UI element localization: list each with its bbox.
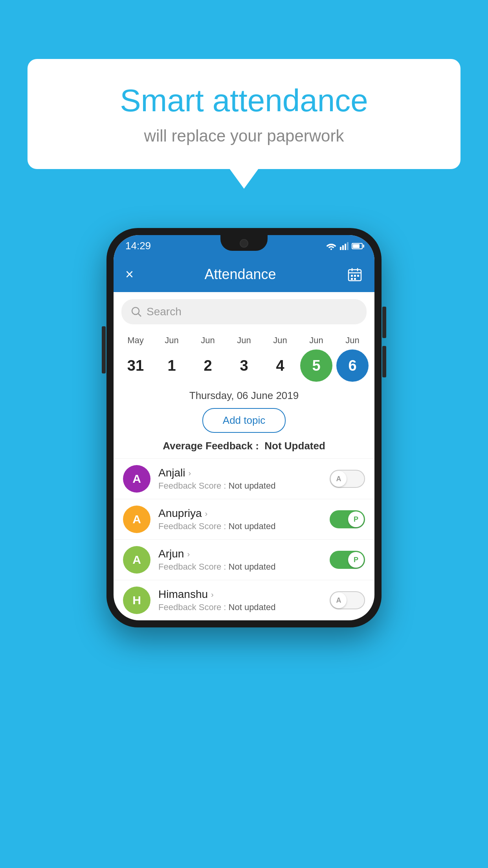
student-item-0[interactable]: AAnjali ›Feedback Score : Not updatedA [114, 458, 374, 499]
student-info-2: Arjun ›Feedback Score : Not updated [158, 548, 322, 572]
svg-rect-9 [351, 275, 353, 277]
calendar-date-6[interactable]: 6 [336, 349, 369, 382]
wifi-icon [326, 242, 337, 250]
attendance-toggle-1[interactable]: P [330, 510, 365, 528]
search-bar[interactable]: Search [121, 299, 367, 324]
calendar-date-0[interactable]: 31 [119, 349, 152, 382]
student-info-1: Anupriya ›Feedback Score : Not updated [158, 507, 322, 531]
close-button[interactable]: × [125, 266, 134, 283]
headline: Smart attendance [59, 83, 429, 119]
student-item-3[interactable]: HHimanshu ›Feedback Score : Not updatedA [114, 580, 374, 620]
chevron-icon: › [211, 590, 214, 599]
student-item-1[interactable]: AAnupriya ›Feedback Score : Not updatedP [114, 499, 374, 539]
chevron-icon: › [187, 550, 190, 559]
student-avatar-2: A [123, 546, 150, 574]
attendance-toggle-3[interactable]: A [330, 591, 365, 609]
calendar-date-4[interactable]: 4 [264, 349, 296, 382]
svg-point-14 [132, 307, 139, 314]
calendar-month-6: Jun [336, 335, 369, 346]
chevron-icon: › [205, 509, 208, 518]
svg-rect-12 [354, 278, 356, 280]
avg-feedback-label: Average Feedback : [163, 440, 259, 452]
calendar-icon[interactable] [347, 267, 363, 282]
student-name-0: Anjali › [158, 467, 322, 479]
avg-feedback: Average Feedback : Not Updated [114, 440, 374, 458]
svg-rect-2 [342, 245, 344, 250]
attendance-toggle-0[interactable]: A [330, 470, 365, 488]
avg-feedback-value: Not Updated [264, 440, 325, 452]
power-button [102, 326, 106, 373]
volume-up-button [382, 307, 386, 338]
student-name-3: Himanshu › [158, 588, 322, 601]
svg-point-0 [330, 248, 332, 250]
student-feedback-1: Feedback Score : Not updated [158, 521, 322, 531]
status-icons [326, 242, 363, 250]
student-avatar-3: H [123, 587, 150, 614]
battery-icon [352, 243, 363, 249]
speech-bubble: Smart attendance will replace your paper… [28, 59, 460, 169]
calendar-month-0: May [119, 335, 152, 346]
calendar-month-5: Jun [300, 335, 332, 346]
calendar-date-2[interactable]: 2 [192, 349, 224, 382]
student-feedback-3: Feedback Score : Not updated [158, 602, 322, 612]
student-list: AAnjali ›Feedback Score : Not updatedAAA… [114, 458, 374, 620]
header-title: Attendance [134, 266, 347, 283]
calendar-month-4: Jun [264, 335, 296, 346]
student-avatar-1: A [123, 506, 150, 533]
svg-rect-1 [340, 247, 341, 250]
add-topic-button[interactable]: Add topic [202, 408, 286, 433]
svg-rect-4 [347, 242, 349, 250]
calendar-date-5[interactable]: 5 [300, 349, 332, 382]
svg-rect-3 [345, 244, 346, 250]
attendance-toggle-2[interactable]: P [330, 551, 365, 569]
student-feedback-0: Feedback Score : Not updated [158, 481, 322, 491]
student-name-2: Arjun › [158, 548, 322, 560]
selected-date-label: Thursday, 06 June 2019 [114, 386, 374, 408]
camera [240, 239, 248, 248]
calendar-month-3: Jun [228, 335, 260, 346]
student-name-1: Anupriya › [158, 507, 322, 520]
signal-icon [340, 242, 349, 250]
phone-mockup: 14:29 [106, 228, 382, 627]
chevron-icon: › [188, 469, 191, 478]
calendar-date-3[interactable]: 3 [228, 349, 260, 382]
calendar-date-1[interactable]: 1 [156, 349, 188, 382]
student-info-3: Himanshu ›Feedback Score : Not updated [158, 588, 322, 612]
calendar-dates: 31123456 [114, 346, 374, 386]
svg-rect-10 [354, 275, 356, 277]
search-placeholder: Search [147, 305, 182, 318]
student-item-2[interactable]: AArjun ›Feedback Score : Not updatedP [114, 539, 374, 580]
svg-rect-13 [357, 275, 359, 277]
volume-down-button [382, 346, 386, 377]
speech-bubble-container: Smart attendance will replace your paper… [28, 59, 460, 169]
calendar-month-1: Jun [156, 335, 188, 346]
search-icon [131, 306, 142, 317]
calendar: MayJunJunJunJunJunJun 31123456 [114, 331, 374, 386]
calendar-months: MayJunJunJunJunJunJun [114, 335, 374, 346]
svg-line-15 [138, 314, 141, 316]
calendar-month-2: Jun [192, 335, 224, 346]
student-info-0: Anjali ›Feedback Score : Not updated [158, 467, 322, 491]
student-avatar-0: A [123, 465, 150, 493]
app-header: × Attendance [114, 257, 374, 292]
phone-screen: 14:29 [114, 235, 374, 620]
phone-body: 14:29 [106, 228, 382, 627]
subheadline: will replace your paperwork [59, 127, 429, 145]
svg-rect-11 [351, 278, 353, 280]
student-feedback-2: Feedback Score : Not updated [158, 562, 322, 572]
status-time: 14:29 [125, 240, 151, 252]
